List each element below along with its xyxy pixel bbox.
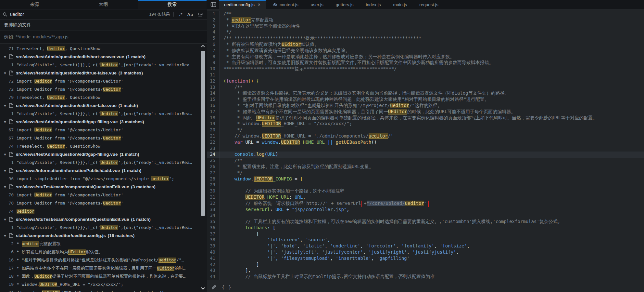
code-line-43[interactable]: 43 ], (207, 268, 644, 274)
search-result-line[interactable]: 72 import Ueditor from '@/components/Ued… (0, 77, 201, 85)
search-result-file[interactable]: ▼ static/components/ueditor/ueditor.conf… (0, 232, 202, 240)
chevron-down-icon[interactable]: ▼ (3, 169, 8, 173)
code-line-34[interactable]: 34 (207, 213, 644, 219)
code-line-42[interactable]: 42 ] (207, 262, 644, 268)
search-result-line[interactable]: 1 "dialogVisible", $event)}}},[_c('Uedit… (0, 158, 201, 166)
code-line-10[interactable]: 10**************************提示**********… (207, 66, 644, 72)
search-input[interactable]: ueditor (10, 12, 24, 17)
sidebar-tab-来源[interactable]: 来源 (0, 0, 69, 9)
sidebar-tab-搜索[interactable]: 搜索 (138, 0, 207, 9)
search-result-line[interactable]: 67 import Ueditor from '@/components/Ued… (0, 126, 201, 134)
scroll-up-icon[interactable] (200, 43, 206, 50)
files-to-exclude-input[interactable]: 例如: **/node_modules/**,app.js (0, 31, 207, 44)
code-line-22[interactable]: 22 var URL = window.UEDITOR_HOME_URL || … (207, 139, 644, 146)
code-line-12[interactable]: 12(function() { (207, 78, 644, 85)
code-line-17[interactable]: 17 * 如果站点中有多个不在同一层级的页面需要实例化编辑器，且引用了同一UEd… (207, 109, 644, 115)
code-line-39[interactable]: 39 '|', 'bold', 'italic', 'underline', '… (207, 243, 644, 249)
chevron-down-icon[interactable]: ▼ (3, 71, 8, 75)
search-result-file[interactable]: ▼ src/views/information/informationPubli… (0, 166, 202, 175)
close-icon[interactable]: × (258, 2, 260, 7)
code-line-4[interactable]: 4 */ (207, 29, 644, 35)
search-result-file[interactable]: ▼ src/views/testAdmin/question/edit/true… (0, 101, 202, 110)
tab-main.js[interactable]: main.js (388, 0, 412, 9)
code-line-9[interactable]: 9 * 当升级编辑器时，可直接使用旧版配置文件替换新版配置文件,不用担心旧版配置… (207, 60, 644, 66)
code-line-41[interactable]: 41 '|', 'filesystemupload', 'inserttable… (207, 256, 644, 262)
whole-word-toggle[interactable] (198, 12, 203, 17)
scrollbar-thumb[interactable] (201, 51, 205, 216)
search-result-file[interactable]: ▼ src/views/testAdmin/question/edit/true… (0, 69, 202, 77)
code-line-20[interactable]: 20 */ (207, 127, 644, 133)
code-line-5[interactable]: 5/** **************************提示*******… (207, 35, 644, 42)
code-line-27[interactable]: 27 */ (207, 170, 644, 176)
search-result-line[interactable]: 17 * 如果站点中有多个不在同一层级的页面需要实例化编辑器，且引用了同一UEd… (0, 264, 201, 272)
breadcrumb-symbol[interactable]: { } (222, 285, 232, 290)
code-line-25[interactable]: 25 /** (207, 158, 644, 164)
search-result-line[interactable]: 67 import Ueditor from '@/components/Ued… (0, 134, 201, 142)
code-line-35[interactable]: 35 // 工具栏上的所有的功能按钮和下拉框，可以在new编辑器的实例时选择自己… (207, 219, 644, 225)
code-line-16[interactable]: 16 * "相对于网站根目录的相对路径"也就是以斜杠开头的形如"/myProje… (207, 103, 644, 109)
code-line-24[interactable]: 24 console.log(URL) (207, 152, 644, 158)
tab-index.js[interactable]: index.js (361, 0, 386, 9)
sidebar-tab-大纲[interactable]: 大纲 (69, 0, 138, 9)
code-line-14[interactable]: 14 * 编辑器资源文件根路径。它所表示的含义是：以编辑器实例化页面为当前路径，… (207, 90, 644, 97)
chevron-down-icon[interactable]: ▼ (3, 185, 8, 189)
search-result-file[interactable]: ▼ src/views/stuTest/exam/components/Ques… (0, 215, 202, 223)
code-line-30[interactable]: 30 // 为编辑器实例添加一个路径，这个不能被注释 (207, 188, 644, 194)
code-line-18[interactable]: 18 * 因此，UEditor提供了针对不同页面的编辑器可单独配置的根路径，具体… (207, 115, 644, 121)
code-line-37[interactable]: 37 [ (207, 231, 644, 237)
code-line-26[interactable]: 26 * 配置项主体。注意，此处所有涉及到路径的配置别遗漏URL变量。 (207, 164, 644, 170)
tab-user.js[interactable]: user.js (306, 0, 329, 9)
code-line-36[interactable]: 36 toolbars: [ (207, 225, 644, 231)
code-line-13[interactable]: 13 /** (207, 85, 644, 91)
code-line-23[interactable]: 23 (207, 146, 644, 152)
search-result-line[interactable]: 1 "dialogVisible", $event)}}},[_c('Uedit… (0, 223, 201, 232)
code-line-15[interactable]: 15 * 鉴于很多同学在使用编辑器的时候出现的种种路径问题，此处强烈建议大家使用… (207, 97, 644, 103)
tab-content.js[interactable]: content.js (268, 0, 304, 9)
search-result-line[interactable]: 18 * 因此，UEditor提供了针对不同页面的编辑器可单独配置的根路径，具体… (0, 272, 201, 280)
chevron-down-icon[interactable]: ▼ (3, 153, 8, 156)
search-result-line[interactable]: 71 Treeselect, Ueditor, QuestionShow (0, 45, 201, 53)
code-line-32[interactable]: 32 // 服务器统一请求接口路径'http://' + serverUrl +… (207, 201, 644, 207)
chevron-down-icon[interactable]: ▼ (3, 55, 8, 59)
code-line-7[interactable]: 7 * 修改默认配置请首先确保已经完全明确该参数的真实用途。 (207, 48, 644, 54)
search-result-line[interactable]: 79 Treeselect, Ueditor, QuestionShow (0, 93, 201, 101)
chevron-down-icon[interactable]: ▼ (3, 234, 8, 238)
search-result-line[interactable]: 21 // window.UEDITOR_HOME_URL = './admin… (0, 288, 201, 292)
code-line-8[interactable]: 8 * 主要有两种修改方案，一种是取消此处注释，然后修改成对应参数；另一种是在实… (207, 54, 644, 60)
code-line-44[interactable]: 44 // 当鼠标放在工具栏上时显示的tooltip提示,留空支持自动多语言配置… (207, 274, 644, 280)
search-result-file[interactable]: ▼ src/views/testAdmin/question/edit/gap-… (0, 118, 202, 126)
chevron-down-icon[interactable]: ▼ (3, 218, 8, 221)
code-editor[interactable]: 1/**2 * ueditor完整配置项3 * 可以在这里配置整个编辑器的特性4… (207, 9, 644, 282)
chevron-down-icon[interactable]: ▼ (3, 120, 8, 124)
search-result-line[interactable]: 70 import Ueditor from '@/components/Ued… (0, 199, 201, 207)
code-line-1[interactable]: 1/** (207, 11, 644, 17)
code-line-21[interactable]: 21 // window.UEDITOR_HOME_URL = './admin… (207, 133, 644, 139)
search-result-line[interactable]: 2 * ueditor完整配置项 (0, 240, 201, 248)
code-line-2[interactable]: 2 * ueditor完整配置项 (207, 17, 644, 23)
search-result-file[interactable]: ▼ src/views/testAdmin/question/edit/shor… (0, 53, 202, 61)
code-line-28[interactable]: 28 window.UEDITOR_CONFIG = { (207, 176, 644, 182)
search-result-line[interactable]: 96 import simpleUediter from "@/views/co… (0, 175, 201, 183)
regex-toggle[interactable]: .* (179, 12, 183, 17)
search-result-line[interactable]: 74 Ueditor (0, 207, 201, 215)
search-result-line[interactable]: 1 "dialogVisible", $event)}}},[_c('Uedit… (0, 110, 201, 118)
files-to-exclude-label[interactable]: 要排除的文件 (0, 20, 207, 31)
match-case-toggle[interactable]: Aa (187, 12, 193, 17)
code-line-38[interactable]: 38 'fullscreen', 'source', (207, 237, 644, 243)
code-line-6[interactable]: 6 * 所有被注释的配置项均为UEditor默认值。 (207, 42, 644, 48)
code-line-3[interactable]: 3 * 可以在这里配置整个编辑器的特性 (207, 23, 644, 30)
chevron-down-icon[interactable]: ▼ (3, 104, 8, 108)
code-line-29[interactable]: 29 (207, 182, 644, 188)
readonly-pencil-icon[interactable] (211, 285, 217, 290)
search-result-file[interactable]: ▼ src/views/testAdmin/question/edit/gap-… (0, 150, 202, 158)
code-line-19[interactable]: 19 * window.UEDITOR_HOME_URL = "/xxxx/xx… (207, 121, 644, 127)
tab-request.js[interactable]: request.js (414, 0, 444, 9)
search-result-line[interactable]: 19 * window.UEDITOR_HOME_URL = "/xxxx/xx… (0, 280, 201, 288)
search-result-line[interactable]: 72 import Ueditor from '@/components/Ued… (0, 85, 201, 93)
search-result-file[interactable]: ▼ src/views/stuTest/exam/components/Ques… (0, 183, 202, 191)
pinned-panel-icon[interactable] (207, 0, 219, 9)
tab-getters.js[interactable]: getters.js (331, 0, 359, 9)
search-result-line[interactable]: 70 import Ueditor from '@/components/Ued… (0, 191, 201, 199)
search-result-line[interactable]: 74 Treeselect, Ueditor, QuestionShow (0, 142, 201, 150)
scroll-down-icon[interactable] (200, 285, 206, 292)
